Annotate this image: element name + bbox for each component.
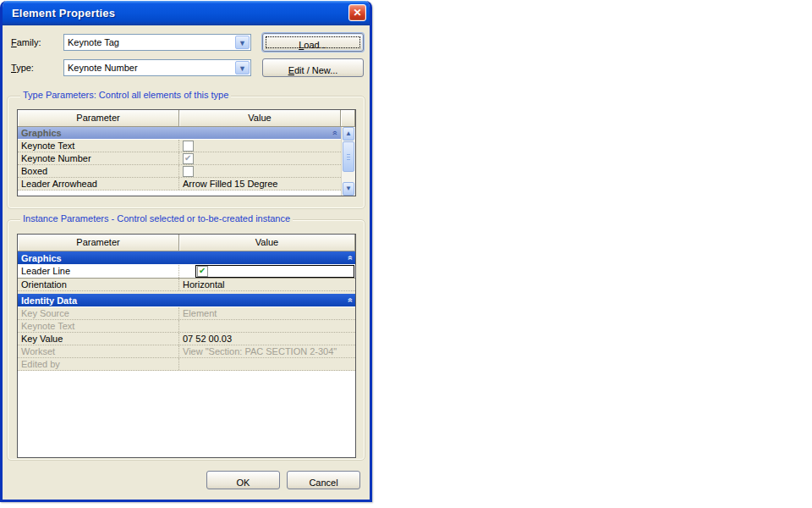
type-label: Type: <box>11 63 34 73</box>
row-boxed[interactable]: Boxed <box>18 165 341 178</box>
column-header-parameter[interactable]: Parameter <box>18 235 179 251</box>
row-edited-by: Edited by <box>18 358 355 371</box>
element-properties-dialog: Element Properties ✕ Family: Keynote Tag… <box>0 1 372 502</box>
family-combobox-value: Keynote Tag <box>68 37 119 47</box>
scroll-down-button[interactable]: ▼ <box>343 182 354 196</box>
column-header-value[interactable]: Value <box>179 110 341 127</box>
keynote-text-checkbox[interactable] <box>183 141 194 152</box>
column-header-value[interactable]: Value <box>179 235 355 251</box>
row-keynote-number[interactable]: Keynote Number <box>18 152 341 165</box>
window-title: Element Properties <box>12 7 115 19</box>
close-icon: ✕ <box>353 7 361 19</box>
titlebar[interactable]: Element Properties ✕ <box>3 1 370 25</box>
row-key-value[interactable]: Key Value 07 52 00.03 <box>18 333 355 345</box>
scroll-up-button[interactable]: ▲ <box>343 127 354 141</box>
cancel-button[interactable]: Cancel <box>287 471 360 489</box>
row-keynote-text: Keynote Text <box>18 320 355 333</box>
family-combobox[interactable]: Keynote Tag ▼ <box>63 34 251 51</box>
table-empty-area <box>18 372 355 457</box>
ok-button[interactable]: OK <box>206 471 280 489</box>
chevron-down-icon: ▼ <box>239 64 246 73</box>
scrollbar-thumb[interactable] <box>343 141 354 172</box>
load-button[interactable]: Load... <box>262 33 364 52</box>
row-keynote-text[interactable]: Keynote Text <box>18 140 341 152</box>
collapse-icon[interactable]: » <box>329 127 341 139</box>
type-parameters-table: Parameter Value Graphics » Keynote Text … <box>17 109 356 196</box>
column-header-parameter[interactable]: Parameter <box>18 110 179 127</box>
keynote-number-checkbox <box>183 153 194 164</box>
type-combobox-value: Keynote Number <box>68 63 138 73</box>
group-row-graphics[interactable]: Graphics » <box>18 251 355 265</box>
dialog-client-area: Family: Keynote Tag ▼ Load... Type: Keyn… <box>3 25 370 500</box>
type-combobox[interactable]: Keynote Number ▼ <box>63 59 251 76</box>
leader-line-value-field[interactable] <box>195 265 354 278</box>
edit-new-button[interactable]: Edit / New... <box>262 58 364 77</box>
instance-parameters-legend: Instance Parameters - Control selected o… <box>20 213 293 224</box>
family-label: Family: <box>11 37 41 47</box>
type-table-header: Parameter Value <box>18 110 355 127</box>
instance-parameters-table: Parameter Value Graphics » Leader Line <box>17 234 356 458</box>
collapse-icon[interactable]: » <box>343 252 356 264</box>
leader-line-checkbox[interactable] <box>197 266 208 277</box>
row-leader-arrowhead[interactable]: Leader Arrowhead Arrow Filled 15 Degree <box>18 178 341 190</box>
type-table-scrollbar[interactable]: ▲ ▼ <box>341 127 355 196</box>
desktop-background: Element Properties ✕ Family: Keynote Tag… <box>0 0 812 508</box>
close-button[interactable]: ✕ <box>348 4 366 21</box>
group-row-graphics[interactable]: Graphics » <box>18 127 341 140</box>
family-combobox-dropdown-button[interactable]: ▼ <box>235 36 250 49</box>
scroll-down-icon: ▼ <box>345 185 352 192</box>
collapse-icon[interactable]: » <box>343 295 356 306</box>
row-key-source: Key Source Element <box>18 307 355 320</box>
instance-table-header: Parameter Value <box>18 235 355 251</box>
scroll-up-icon: ▲ <box>345 130 352 137</box>
row-orientation[interactable]: Orientation Horizontal <box>18 279 355 291</box>
chevron-down-icon: ▼ <box>239 39 246 47</box>
type-parameters-legend: Type Parameters: Control all elements of… <box>20 90 231 100</box>
group-row-identity-data[interactable]: Identity Data » <box>18 294 355 307</box>
boxed-checkbox[interactable] <box>183 166 194 177</box>
row-leader-line[interactable]: Leader Line <box>18 265 355 279</box>
row-workset: Workset View "Section: PAC SECTION 2-304… <box>18 345 355 358</box>
type-combobox-dropdown-button[interactable]: ▼ <box>235 61 250 75</box>
